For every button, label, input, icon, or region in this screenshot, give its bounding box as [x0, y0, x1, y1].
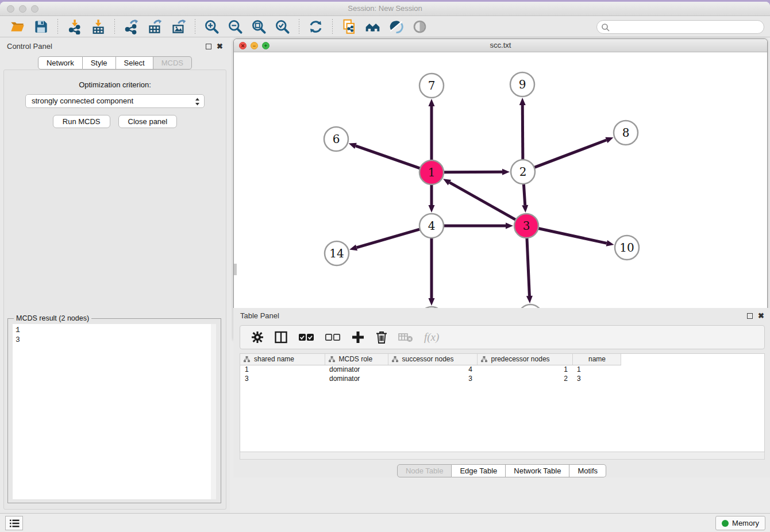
import-table-icon[interactable]: [90, 19, 106, 34]
graph-edge-arrowhead: [506, 223, 513, 229]
search-input[interactable]: [612, 21, 759, 33]
graph-edge-arrowhead: [605, 137, 613, 143]
clone-network-icon[interactable]: [341, 19, 357, 34]
network-window-title: scc.txt: [234, 41, 767, 49]
column-header-name[interactable]: name: [572, 354, 621, 365]
network-window-titlebar[interactable]: ✕ − + scc.txt: [234, 39, 767, 52]
network-overview-icon[interactable]: [365, 19, 380, 34]
toolbar-separator: [195, 19, 195, 35]
graph-edge-arrowhead: [522, 205, 528, 213]
float-panel-icon[interactable]: [206, 44, 211, 49]
shared-column-icon: [329, 356, 335, 363]
export-image-icon[interactable]: [171, 19, 186, 34]
tab-node-table[interactable]: Node Table: [397, 464, 452, 477]
criterion-dropdown[interactable]: strongly connected component: [25, 94, 205, 108]
table-row[interactable]: 1dominator411: [240, 365, 621, 374]
title-bar: Session: New Session: [0, 2, 770, 16]
memory-button[interactable]: Memory: [715, 516, 765, 530]
table-toolbar: f(x): [240, 325, 765, 349]
delete-table-disabled-icon: [398, 331, 413, 343]
table-header-row: shared name MCDS role successor nodes pr…: [240, 354, 621, 365]
close-panel-icon[interactable]: ✖: [217, 44, 223, 49]
tab-style[interactable]: Style: [83, 56, 116, 70]
network-canvas[interactable]: 1234678910111415: [234, 52, 767, 339]
graph-edge-1-2[interactable]: [443, 172, 502, 172]
graph-edge-3-11[interactable]: [527, 237, 530, 296]
graph-edge-2-9[interactable]: [522, 105, 523, 160]
column-header-shared-name[interactable]: shared name: [240, 354, 325, 365]
export-table-icon[interactable]: [147, 19, 163, 34]
vertical-scroll-thumb[interactable]: [234, 264, 237, 275]
mcds-result-title: MCDS result (2 nodes): [14, 314, 91, 322]
result-scrollbar[interactable]: [211, 324, 216, 499]
zoom-selected-icon[interactable]: [275, 19, 290, 34]
graph-edge-1-6[interactable]: [356, 146, 421, 169]
graph-edge-2-3[interactable]: [523, 183, 525, 205]
tab-select[interactable]: Select: [116, 56, 153, 70]
graph-edge-arrowhead: [526, 296, 533, 303]
shared-column-icon: [392, 356, 398, 363]
shared-column-icon: [481, 356, 487, 363]
run-mcds-button[interactable]: Run MCDS: [53, 115, 110, 128]
column-view-icon[interactable]: [274, 330, 288, 344]
mcds-result-text[interactable]: 1 3: [13, 324, 216, 499]
float-table-panel-icon[interactable]: [747, 313, 753, 319]
column-header-successor-nodes[interactable]: successor nodes: [388, 354, 477, 365]
tab-network-table[interactable]: Network Table: [506, 464, 569, 477]
graph-edge-arrowhead: [429, 99, 435, 106]
graph-edge-3-1[interactable]: [449, 183, 516, 221]
node-table: shared name MCDS role successor nodes pr…: [240, 353, 765, 452]
tab-motifs[interactable]: Motifs: [569, 464, 606, 477]
graph-edge-arrowhead: [429, 205, 435, 213]
column-header-predecessor-nodes[interactable]: predecessor nodes: [477, 354, 572, 365]
style-painter-icon[interactable]: [388, 19, 404, 34]
control-panel-tabs: Network Style Select MCDS: [38, 56, 192, 70]
deselect-all-checkboxes-icon[interactable]: [325, 333, 341, 342]
tab-edge-table[interactable]: Edge Table: [452, 464, 506, 477]
graph-edge-3-10[interactable]: [538, 228, 607, 243]
settings-gear-icon[interactable]: [251, 331, 264, 344]
apply-layout-icon[interactable]: [308, 19, 324, 34]
select-all-checkboxes-icon[interactable]: [298, 333, 314, 342]
chevron-up-down-icon: [195, 97, 200, 107]
list-icon: [9, 519, 20, 528]
tab-mcds[interactable]: MCDS: [153, 56, 192, 70]
graph-edge-4-14[interactable]: [357, 229, 421, 248]
tab-network[interactable]: Network: [38, 56, 83, 70]
table-cell: 1: [477, 365, 572, 374]
table-cell: 1: [240, 365, 325, 374]
delete-column-icon[interactable]: [375, 330, 388, 344]
close-table-panel-icon[interactable]: ✖: [758, 313, 764, 319]
application-window: Session: New Session: [0, 2, 770, 532]
graph-edge-arrowhead: [606, 240, 614, 246]
import-network-icon[interactable]: [67, 19, 82, 34]
task-history-button[interactable]: [5, 516, 23, 530]
add-column-icon[interactable]: [351, 330, 365, 344]
export-network-icon[interactable]: [124, 19, 139, 34]
column-header-mcds-role[interactable]: MCDS role: [325, 354, 388, 365]
search-box: [596, 20, 764, 34]
fit-content-icon[interactable]: [251, 19, 267, 34]
table-cell: dominator: [325, 365, 388, 374]
show-hide-icon[interactable]: [412, 19, 428, 34]
table-panel-tabs: Node Table Edge Table Network Table Moti…: [397, 464, 606, 477]
table-panel-title: Table Panel: [240, 311, 279, 320]
toolbar-separator: [332, 19, 333, 35]
graph-edge-2-8[interactable]: [534, 140, 607, 168]
status-bar: Memory: [0, 513, 770, 532]
zoom-in-icon[interactable]: [204, 19, 220, 34]
zoom-out-icon[interactable]: [228, 19, 243, 34]
graph-node-label-10: 10: [619, 241, 634, 255]
function-builder-icon: f(x): [424, 331, 439, 344]
save-session-icon[interactable]: [33, 19, 49, 34]
graph-edge-arrowhead: [349, 143, 357, 149]
open-file-icon[interactable]: [10, 19, 25, 34]
table-cell: 1: [572, 365, 621, 374]
table-cell: dominator: [325, 374, 388, 383]
table-cell: 2: [477, 374, 572, 383]
table-horizontal-scrollbar[interactable]: [240, 452, 765, 460]
optimization-criterion-label: Optimization criterion:: [4, 80, 226, 89]
close-panel-button[interactable]: Close panel: [118, 115, 178, 128]
table-cell: 3: [388, 374, 477, 383]
table-row[interactable]: 3dominator323: [240, 374, 621, 383]
